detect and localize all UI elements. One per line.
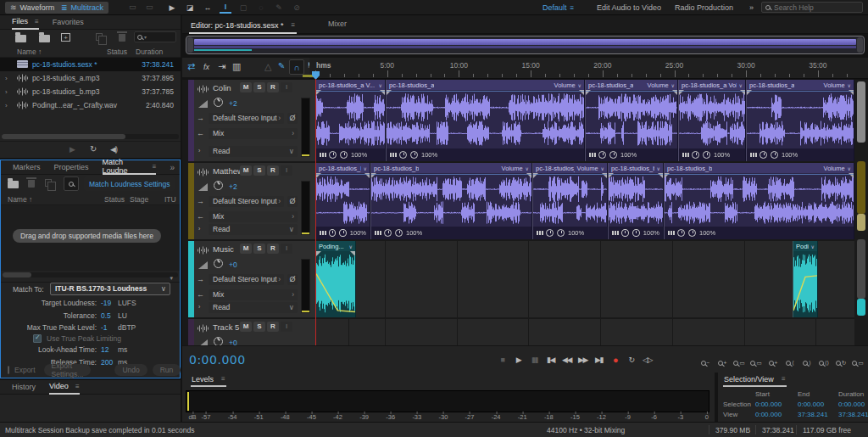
clip-gain-knob[interactable] — [598, 151, 606, 159]
zoom-full-button[interactable]: ▭ — [851, 353, 865, 366]
zoom-in-left-edge-button[interactable]: ⟨ — [783, 353, 797, 366]
tab-match-loudne[interactable]: Match Loudne≡ — [103, 160, 157, 175]
gain-value[interactable]: +0 — [229, 261, 237, 269]
clip-volume-label[interactable]: Volume — [648, 81, 669, 89]
razor-tool-icon[interactable]: ◪ — [184, 2, 196, 14]
expand-chevron-icon[interactable]: › — [5, 102, 8, 109]
true-peak-checkbox[interactable] — [33, 334, 42, 343]
file-row[interactable]: ›pc-18-studios_a.mp337:37.895 — [0, 71, 181, 85]
auto-play-speaker-icon[interactable]: ◀) — [110, 145, 117, 154]
clip-menu-chevron-icon[interactable]: ∨ — [657, 165, 660, 171]
clip-menu-chevron-icon[interactable]: ∨ — [848, 165, 851, 171]
field-value[interactable]: 0.5 — [101, 311, 111, 320]
lasso-selection-tool-icon[interactable]: ◌ — [255, 2, 267, 14]
clip-header[interactable]: pc-18-studios_bVolume∨ — [665, 163, 854, 173]
audio-clip[interactable]: Poding...∨ — [793, 241, 818, 317]
workspace-item-edit-audio-to-video[interactable]: Edit Audio to Video — [597, 3, 661, 12]
editor-tab-menu-icon[interactable]: ≡ — [292, 21, 296, 29]
timeline-ruler[interactable]: hms 5:0010:0015:0020:0025:0030:0035:00 — [309, 58, 868, 79]
audio-clip[interactable]: pc-18-studios_b V...∨100% — [315, 163, 370, 239]
automation-mode-selector[interactable]: Read∨ — [209, 224, 298, 235]
audio-clip[interactable]: pc-18-studios_a V...∨100% — [315, 80, 386, 161]
undo-button[interactable]: Undo — [114, 364, 147, 376]
run-button[interactable]: Run — [153, 364, 181, 376]
clip-header[interactable]: pc-18-studios_b V...∨ — [316, 163, 370, 173]
routing-icon[interactable]: ⇥ — [218, 61, 225, 72]
zoom-to-selected-clips-button[interactable]: ▭ — [732, 353, 746, 366]
tab-history[interactable]: History — [12, 380, 36, 395]
workspace-overflow-button[interactable]: » — [749, 3, 754, 12]
track-color-chip[interactable] — [857, 214, 865, 231]
phase-toggle-button[interactable]: Ø — [287, 274, 298, 285]
selection-view-value[interactable]: 0:00.000 — [755, 401, 782, 408]
clip-gain-knob[interactable] — [621, 229, 629, 237]
clip-menu-chevron-icon[interactable]: ∨ — [601, 165, 604, 171]
loop-preview-icon[interactable]: ↻ — [90, 144, 97, 154]
mute-button[interactable]: M — [240, 244, 252, 254]
selection-view-value[interactable]: 0:00.000 — [798, 401, 824, 408]
stop-button[interactable]: ■ — [497, 353, 508, 366]
zoom-to-selection-range-button[interactable]: ⟨⟩ — [817, 353, 831, 366]
solo-button[interactable]: S — [253, 244, 265, 254]
playhead-time-display[interactable]: 0:00.000 — [189, 353, 246, 367]
monitor-input-button[interactable]: I — [281, 244, 292, 254]
navigator-right-handle[interactable] — [857, 37, 863, 53]
selection-view-menu-icon[interactable]: ≡ — [782, 375, 786, 384]
clip-menu-chevron-icon[interactable]: ∨ — [379, 82, 382, 88]
monitor-input-button[interactable]: I — [281, 322, 292, 332]
clip-header[interactable]: pc-18-studios_aVolume∨ — [747, 80, 854, 90]
session-overview-navigator[interactable] — [186, 36, 865, 54]
panel-menu-icon[interactable]: ≡ — [35, 18, 39, 25]
clip-gain-knob[interactable] — [384, 229, 392, 237]
match-to-dropdown[interactable]: ITU-R BS.1770-3 Loudness ∨ — [50, 283, 170, 295]
workspace-menu-icon[interactable]: ≡ — [570, 4, 575, 12]
marquee-selection-tool-icon[interactable]: ▢ — [237, 2, 249, 14]
track-name[interactable]: Track 5 — [213, 322, 239, 332]
phase-toggle-button[interactable]: Ø — [287, 196, 298, 207]
clip-header[interactable]: pc-18-studios_a V...∨ — [316, 80, 385, 90]
volume-envelope-line[interactable] — [665, 174, 854, 175]
file-row[interactable]: ›pc-18-studios_b.mp337:37.785 — [0, 85, 181, 98]
levels-tab[interactable]: Levels≡ — [191, 375, 226, 387]
volume-envelope-line[interactable] — [316, 91, 385, 92]
volume-envelope-line[interactable] — [679, 91, 745, 92]
slip-tool-icon[interactable]: ↔ — [202, 2, 214, 14]
clip-pan-knob[interactable] — [395, 229, 403, 237]
clip-gain-knob[interactable] — [399, 151, 407, 159]
clip-menu-chevron-icon[interactable]: ∨ — [364, 165, 367, 171]
vertical-scrollbar-thumb[interactable] — [857, 81, 865, 143]
arm-record-button[interactable]: R — [267, 165, 279, 176]
spot-healing-brush-icon[interactable]: ⊘ — [291, 2, 303, 14]
selection-view-value[interactable]: 0:00.000 — [755, 411, 782, 418]
file-row[interactable]: pc-18-studios.sesx *37:38.241 — [0, 58, 181, 71]
volume-envelope-line[interactable] — [609, 174, 663, 175]
loudness-scan-button[interactable] — [64, 176, 79, 191]
clip-gain-knob[interactable] — [546, 229, 554, 237]
automation-mode-selector[interactable]: Read∨ — [209, 302, 298, 313]
clip-volume-label[interactable]: Volume — [554, 81, 576, 89]
tab-markers[interactable]: Markers — [13, 160, 41, 175]
new-item-icon[interactable]: + — [61, 33, 70, 42]
volume-envelope-line[interactable] — [747, 91, 854, 92]
solo-button[interactable]: S — [253, 322, 265, 332]
clip-volume-label[interactable]: Volume — [824, 165, 845, 172]
volume-envelope-line[interactable] — [316, 174, 370, 175]
automation-expand-icon[interactable]: › — [198, 304, 200, 310]
audio-clip[interactable]: pc-18-studios_bVolume∨100% — [370, 163, 532, 239]
clip-gain-knob[interactable] — [692, 151, 699, 159]
zoom-to-selection-button[interactable]: ▭ — [749, 353, 763, 366]
volume-knob[interactable] — [214, 337, 223, 345]
clip-menu-chevron-icon[interactable]: ∨ — [578, 82, 581, 88]
skip-selection-button[interactable]: ◁▷ — [642, 353, 653, 366]
collapse-settings-icon[interactable]: ▾ — [170, 275, 173, 282]
true-peak-limiting-row[interactable]: Use True Peak Limiting — [33, 333, 121, 344]
clip-menu-chevron-icon[interactable]: ∨ — [526, 165, 529, 171]
clip-pan-knob[interactable] — [410, 151, 418, 159]
rewind-button[interactable]: ◀◀ — [561, 353, 572, 366]
metronome-icon[interactable]: △ — [264, 61, 271, 72]
clip-header[interactable]: Poding...∨ — [316, 241, 355, 251]
tab-favorites[interactable]: Favorites — [53, 15, 84, 30]
selection-view-value[interactable]: 37:38.241 — [838, 411, 868, 418]
output-selector[interactable]: Mix› — [209, 128, 298, 139]
volume-knob[interactable] — [214, 98, 223, 107]
